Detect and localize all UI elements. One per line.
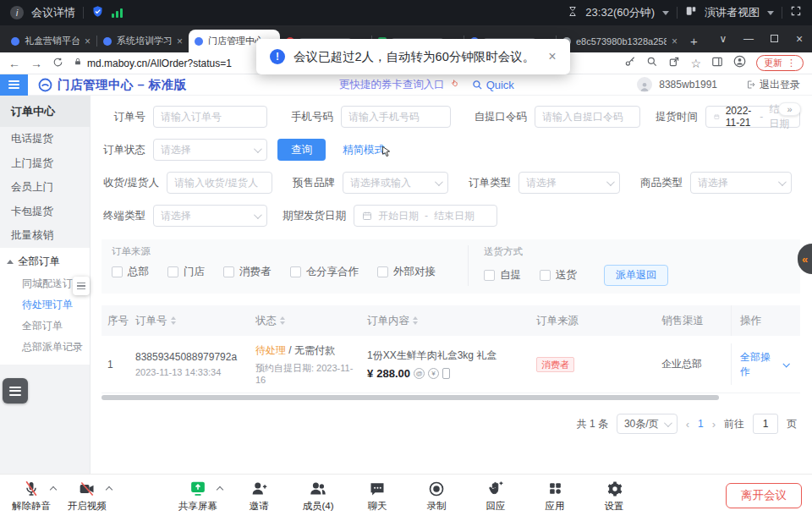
meeting-info-icon[interactable]: i [10, 6, 24, 19]
quick-search[interactable]: Quick [472, 79, 514, 91]
maximize-button[interactable] [761, 33, 787, 45]
chat-button[interactable]: 聊天 [354, 479, 400, 513]
checkbox-icon[interactable] [377, 266, 388, 277]
security-shield-icon[interactable] [91, 5, 104, 21]
zoom-icon[interactable] [646, 56, 658, 71]
new-tab-button[interactable]: + [690, 34, 698, 48]
browser-tab-7[interactable]: e8c573980b1328a258fd2e618 × [557, 30, 683, 52]
order-status-select[interactable]: 请选择 [153, 139, 267, 161]
header-content[interactable]: 订单内容 [360, 314, 529, 328]
terminal-type-select[interactable]: 请选择 [153, 205, 267, 227]
record-button[interactable]: 录制 [414, 479, 459, 513]
prev-page-button[interactable]: ‹ [686, 418, 689, 431]
sidebar-item-phone-pickup[interactable]: 电话提货 [0, 127, 90, 151]
receiver-input[interactable] [167, 172, 272, 194]
checkbox-delivery[interactable]: 送货 [540, 268, 577, 283]
tab-close-icon[interactable]: × [177, 36, 183, 47]
floating-menu-button[interactable] [3, 378, 28, 403]
checkbox-self-pickup[interactable]: 自提 [484, 268, 521, 283]
logout-button[interactable]: 退出登录 [746, 78, 800, 92]
sidebar-item-door-pickup[interactable]: 上门提货 [0, 151, 90, 176]
checkbox-external[interactable]: 外部对接 [377, 265, 436, 279]
side-panel-icon[interactable] [711, 56, 723, 71]
search-tabs-icon[interactable]: ∨ [710, 33, 736, 45]
share-icon[interactable] [668, 56, 680, 71]
tab-close-icon[interactable]: × [85, 36, 91, 47]
meeting-timer[interactable]: 23:32(60分钟) [585, 5, 655, 20]
checkbox-icon[interactable] [484, 270, 495, 281]
sidebar-subitem-pending-orders[interactable]: 待处理订单 [0, 294, 90, 316]
page-size-select[interactable]: 30条/页 [617, 414, 678, 434]
tab-close-icon[interactable]: × [672, 36, 678, 47]
kebab-menu-icon[interactable]: ⋮ [787, 58, 796, 69]
dispatch-return-button[interactable]: 派单退回 [604, 265, 668, 286]
coupon-icon[interactable]: ¥ [428, 368, 439, 379]
password-key-icon[interactable] [624, 56, 636, 71]
invite-button[interactable]: 邀请 [236, 479, 282, 513]
checkbox-icon[interactable] [290, 266, 301, 277]
share-screen-button[interactable]: 共享屏幕 [175, 479, 221, 513]
horizontal-scrollbar[interactable] [102, 395, 719, 400]
unmute-button[interactable]: 解除静音 [8, 479, 54, 513]
phone-input[interactable] [341, 106, 451, 128]
pickup-code-input[interactable] [535, 106, 640, 128]
checkbox-icon[interactable] [223, 266, 234, 277]
sort-icon[interactable] [171, 316, 176, 325]
members-button[interactable]: 成员(4) [295, 479, 341, 513]
timer-dropdown-icon[interactable] [662, 11, 669, 15]
browser-tab-2[interactable]: 系统培训学习 × [97, 30, 189, 52]
sidebar-item-card-pickup[interactable]: 卡包提货 [0, 200, 90, 224]
chrome-update-button[interactable]: 更新 ⋮ [756, 55, 804, 71]
order-number[interactable]: 83859345088979792a [135, 351, 249, 363]
profile-icon[interactable] [733, 55, 746, 71]
start-video-button[interactable]: 开启视频 [64, 479, 110, 513]
checkbox-store[interactable]: 门店 [167, 265, 205, 279]
reaction-button[interactable]: 回应 [473, 479, 518, 513]
settings-button[interactable]: 设置 [591, 479, 637, 513]
sidebar-drag-handle[interactable] [73, 277, 90, 295]
reload-button[interactable] [52, 56, 63, 71]
back-button[interactable]: ← [8, 57, 20, 70]
leave-meeting-button[interactable]: 离开会议 [726, 483, 802, 508]
search-button[interactable]: 查询 [277, 139, 326, 161]
apps-button[interactable]: 应用 [532, 479, 578, 513]
sidebar-group-all-orders[interactable]: 全部订单 [0, 251, 90, 273]
current-page[interactable]: 1 [698, 418, 704, 430]
view-mode-dropdown-icon[interactable] [767, 11, 774, 15]
promo-link[interactable]: 更快捷的券卡查询入口 [339, 78, 460, 92]
hamburger-menu-button[interactable] [0, 74, 28, 96]
checkbox-icon[interactable] [540, 270, 551, 281]
checkbox-hq[interactable]: 总部 [112, 265, 149, 279]
header-status[interactable]: 状态 [249, 314, 360, 328]
header-order-no[interactable]: 订单号 [129, 314, 249, 328]
expect-date-range-input[interactable]: 开始日期 - 结束日期 [354, 205, 497, 227]
view-mode-button[interactable]: 演讲者视图 [705, 5, 760, 20]
fullscreen-icon[interactable] [790, 5, 802, 20]
all-actions-dropdown[interactable]: 全部操作 [740, 350, 788, 379]
sort-icon[interactable] [413, 316, 418, 325]
sidebar-subitem-hq-dispatch[interactable]: 总部派单记录 [0, 337, 90, 358]
forward-button[interactable]: → [30, 57, 42, 70]
checkbox-icon[interactable] [167, 266, 178, 277]
goto-page-input[interactable] [753, 414, 778, 434]
sort-icon[interactable] [280, 316, 285, 325]
brand-select[interactable]: 请选择或输入 [343, 172, 448, 194]
network-signal-icon[interactable] [112, 8, 123, 18]
checkbox-icon[interactable] [112, 266, 123, 277]
simple-mode-link[interactable]: 精简模式 [343, 143, 385, 157]
minimize-button[interactable]: — [736, 33, 761, 45]
url-field[interactable]: md.maboy.cn/AllOrder?status=1 [74, 57, 232, 69]
order-no-input[interactable] [153, 106, 267, 128]
user-avatar[interactable] [637, 77, 652, 92]
filter-collapse-button[interactable]: » [778, 102, 801, 116]
toast-close-icon[interactable]: × [548, 49, 556, 64]
sidebar-item-member-visit[interactable]: 会员上门 [0, 175, 90, 200]
close-window-button[interactable]: × [787, 32, 812, 46]
bookmark-star-icon[interactable]: ☆ [690, 57, 701, 70]
checkbox-warehouse-coop[interactable]: 仓分享合作 [290, 265, 359, 279]
username[interactable]: 8385wb1991 [659, 79, 717, 91]
phone-device-icon[interactable] [442, 368, 450, 379]
sidebar-item-batch-verify[interactable]: 批量核销 [0, 223, 90, 248]
remark-at-icon[interactable]: @ [414, 368, 425, 379]
checkbox-consumer[interactable]: 消费者 [223, 265, 272, 279]
